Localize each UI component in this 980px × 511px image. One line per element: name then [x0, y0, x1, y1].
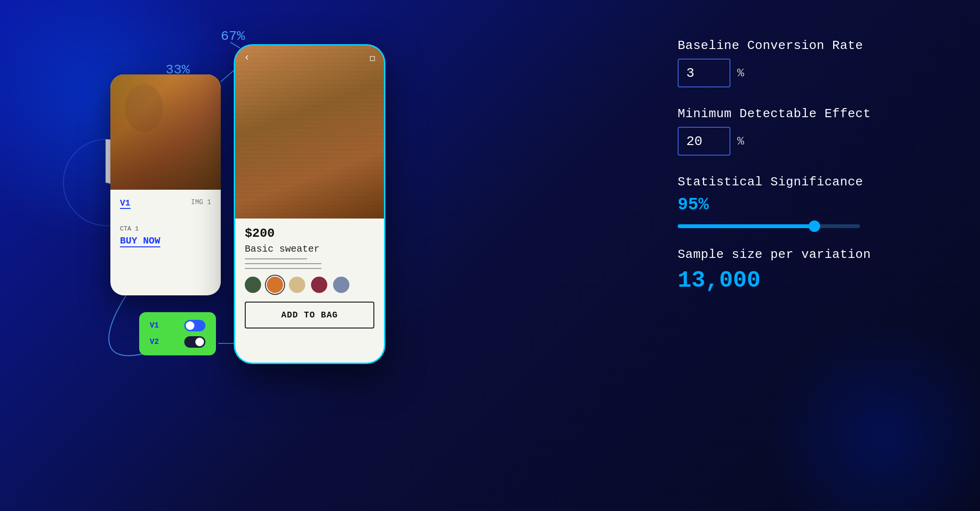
toggle-v2-switch[interactable] [184, 336, 205, 348]
toggle-row-v2: V2 [150, 336, 205, 348]
product-name: Basic sweater [245, 243, 374, 255]
color-blue-grey[interactable] [333, 277, 349, 293]
color-orange[interactable] [267, 277, 283, 293]
left-section: 67% 33% V1 IMG 1 CTA 1 BUY NOW ‹ ◻ [0, 0, 432, 511]
right-panel: Baseline Conversion Rate % Minimum Detec… [644, 0, 980, 511]
cta-label: CTA 1 [120, 225, 211, 232]
toggle-v1-knob [186, 321, 194, 330]
stat-sig-slider[interactable] [678, 224, 860, 228]
toggle-card: V1 V2 [139, 312, 216, 355]
add-to-bag-button[interactable]: ADD TO BAG [245, 302, 374, 328]
color-selector [245, 277, 374, 293]
desc-line-3 [245, 268, 322, 269]
mde-input-row: % [678, 127, 942, 156]
mde-title: Minimum Detectable Effect [678, 107, 942, 121]
buy-now-label[interactable]: BUY NOW [120, 235, 160, 247]
back-icon[interactable]: ‹ [244, 52, 250, 64]
toggle-row-v1: V1 [150, 320, 205, 331]
phone-v1-image [110, 74, 221, 190]
color-burgundy[interactable] [311, 277, 327, 293]
color-beige[interactable] [289, 277, 305, 293]
sample-size-section: Sample size per variation 13,000 [678, 247, 942, 293]
img-label: IMG 1 [191, 198, 211, 206]
phone-v1-content: V1 IMG 1 CTA 1 BUY NOW [110, 190, 221, 256]
baseline-section: Baseline Conversion Rate % [678, 38, 942, 87]
toggle-v1-label: V1 [150, 321, 159, 330]
v1-label: V1 [120, 198, 131, 209]
phone-v2: ‹ ◻ $200 Basic sweater ADD TO BAG [235, 46, 384, 363]
toggle-v2-knob [195, 338, 204, 346]
toggle-v2-label: V2 [150, 338, 159, 346]
desc-line-1 [245, 258, 307, 259]
mde-input[interactable] [678, 127, 730, 156]
stat-sig-value: 95% [678, 195, 942, 215]
mde-section: Minimum Detectable Effect % [678, 107, 942, 156]
phone-v2-header: ‹ ◻ [235, 46, 384, 70]
sample-size-title: Sample size per variation [678, 247, 942, 262]
baseline-input-row: % [678, 59, 942, 87]
desc-line-2 [245, 263, 322, 264]
stat-sig-section: Statistical Significance 95% [678, 175, 942, 228]
sample-size-value: 13,000 [678, 268, 942, 293]
slider-thumb[interactable] [809, 220, 820, 232]
toggle-v1-switch[interactable] [184, 320, 205, 331]
baseline-input[interactable] [678, 59, 730, 87]
color-dark-green[interactable] [245, 277, 261, 293]
bag-icon[interactable]: ◻ [370, 52, 375, 64]
baseline-unit: % [737, 67, 744, 80]
product-price: $200 [245, 226, 374, 241]
phone-v2-image [235, 46, 384, 219]
baseline-title: Baseline Conversion Rate [678, 38, 942, 53]
phone-v2-content: $200 Basic sweater ADD TO BAG [235, 219, 384, 336]
phone-v1: V1 IMG 1 CTA 1 BUY NOW [110, 74, 221, 295]
product-description-lines [245, 258, 374, 269]
stat-sig-title: Statistical Significance [678, 175, 942, 189]
percentage-67: 67% [221, 29, 245, 44]
mde-unit: % [737, 135, 744, 148]
